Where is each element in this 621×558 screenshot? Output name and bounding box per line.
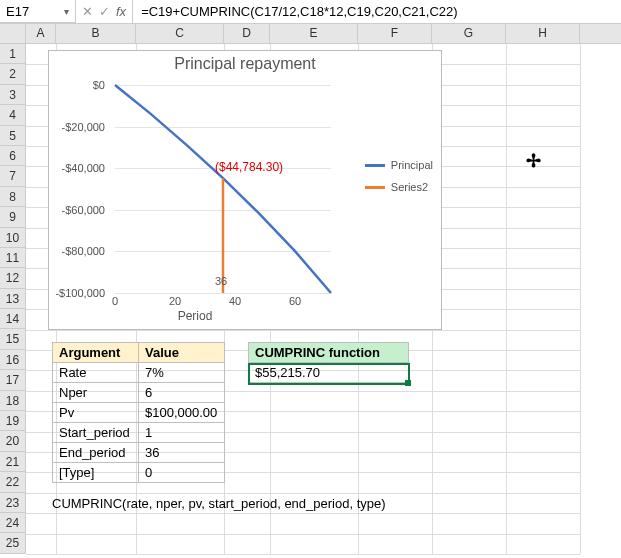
val-cell[interactable]: 6	[139, 383, 225, 403]
row-header[interactable]: 6	[0, 146, 26, 166]
formula-text: =C19+CUMPRINC(C17/12,C18*12,C19,C20,C21,…	[141, 4, 457, 19]
val-cell[interactable]: 1	[139, 423, 225, 443]
arg-cell[interactable]: Nper	[53, 383, 139, 403]
arg-cell[interactable]: [Type]	[53, 463, 139, 483]
row-header[interactable]: 10	[0, 228, 26, 248]
val-header: Value	[139, 343, 225, 363]
row-header[interactable]: 25	[0, 533, 26, 553]
cumprinc-result: CUMPRINC function $55,215.70	[248, 342, 409, 383]
row-header[interactable]: 4	[0, 105, 26, 125]
row-header[interactable]: 21	[0, 452, 26, 472]
row-headers: 1234567891011121314151617181920212223242…	[0, 44, 26, 554]
plot-area	[115, 85, 331, 293]
row-header[interactable]: 9	[0, 207, 26, 227]
row-header[interactable]: 11	[0, 248, 26, 268]
argument-table: Argument Value Rate7%Nper6Pv$100,000.00S…	[52, 342, 225, 483]
cell-cursor-icon	[526, 150, 541, 172]
arg-cell[interactable]: Rate	[53, 363, 139, 383]
name-box-value: E17	[6, 4, 29, 19]
col-header[interactable]: F	[358, 24, 432, 43]
legend-swatch	[365, 186, 385, 189]
row-header[interactable]: 17	[0, 370, 26, 390]
chart-title: Principal repayment	[49, 55, 441, 73]
func-value: $55,215.70	[249, 363, 409, 383]
data-label: ($44,784.30)	[215, 160, 283, 174]
legend-label: Principal	[391, 159, 433, 171]
col-header[interactable]: D	[224, 24, 270, 43]
embedded-chart[interactable]: Principal repayment $0-$20,000-$40,000-$…	[48, 50, 442, 330]
name-box-dropdown-icon[interactable]: ▾	[64, 6, 69, 17]
row-header[interactable]: 20	[0, 431, 26, 451]
formula-bar: E17 ▾ ✕ ✓ fx =C19+CUMPRINC(C17/12,C18*12…	[0, 0, 621, 24]
formula-controls: ✕ ✓ fx	[76, 0, 133, 23]
arg-header: Argument	[53, 343, 139, 363]
x-axis-label: Period	[49, 309, 341, 323]
chart-legend: PrincipalSeries2	[365, 159, 433, 203]
row-header[interactable]: 22	[0, 472, 26, 492]
row-header[interactable]: 1	[0, 44, 26, 64]
row-header[interactable]: 12	[0, 268, 26, 288]
spreadsheet-grid: A B C D E F G H 123456789101112131415161…	[0, 24, 621, 554]
col-header[interactable]: G	[432, 24, 506, 43]
row-header[interactable]: 14	[0, 309, 26, 329]
arg-cell[interactable]: End_period	[53, 443, 139, 463]
row-header[interactable]: 24	[0, 513, 26, 533]
row-header[interactable]: 3	[0, 85, 26, 105]
accept-icon[interactable]: ✓	[99, 4, 110, 19]
select-all-corner[interactable]	[0, 24, 26, 43]
val-cell[interactable]: 0	[139, 463, 225, 483]
arg-cell[interactable]: Pv	[53, 403, 139, 423]
arg-cell[interactable]: Start_period	[53, 423, 139, 443]
col-header[interactable]: C	[136, 24, 224, 43]
cells-area[interactable]: Principal repayment $0-$20,000-$40,000-$…	[26, 44, 621, 554]
y-axis-ticks: $0-$20,000-$40,000-$60,000-$80,000-$100,…	[49, 85, 109, 293]
col-header[interactable]: B	[56, 24, 136, 43]
column-headers: A B C D E F G H	[0, 24, 621, 44]
col-header[interactable]: H	[506, 24, 580, 43]
name-box[interactable]: E17 ▾	[0, 0, 76, 23]
legend-swatch	[365, 164, 385, 167]
val-cell[interactable]: 36	[139, 443, 225, 463]
row-header[interactable]: 19	[0, 411, 26, 431]
function-signature: CUMPRINC(rate, nper, pv, start_period, e…	[52, 496, 386, 511]
cancel-icon[interactable]: ✕	[82, 4, 93, 19]
fx-icon[interactable]: fx	[116, 4, 126, 19]
data-label-x: 36	[215, 275, 227, 287]
val-cell[interactable]: $100,000.00	[139, 403, 225, 423]
val-cell[interactable]: 7%	[139, 363, 225, 383]
legend-label: Series2	[391, 181, 428, 193]
row-header[interactable]: 23	[0, 493, 26, 513]
func-header: CUMPRINC function	[249, 343, 409, 363]
row-header[interactable]: 5	[0, 126, 26, 146]
col-header[interactable]: E	[270, 24, 358, 43]
row-header[interactable]: 18	[0, 391, 26, 411]
row-header[interactable]: 7	[0, 166, 26, 186]
row-header[interactable]: 13	[0, 289, 26, 309]
col-header[interactable]: A	[26, 24, 56, 43]
row-header[interactable]: 16	[0, 350, 26, 370]
row-header[interactable]: 15	[0, 329, 26, 349]
formula-input[interactable]: =C19+CUMPRINC(C17/12,C18*12,C19,C20,C21,…	[133, 0, 621, 23]
row-header[interactable]: 2	[0, 64, 26, 84]
row-header[interactable]: 8	[0, 187, 26, 207]
